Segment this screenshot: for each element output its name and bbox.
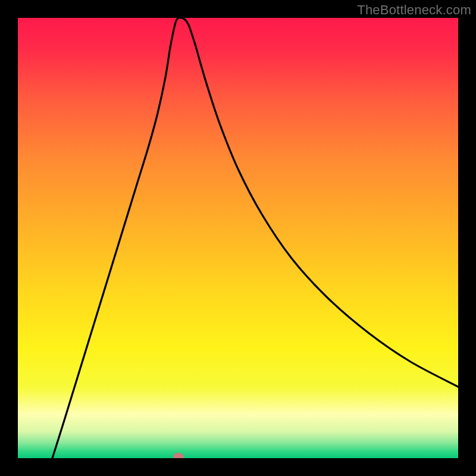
plot-area	[18, 18, 458, 458]
chart-frame: TheBottleneck.com	[0, 0, 476, 476]
gradient-background	[18, 18, 458, 458]
chart-svg	[18, 18, 458, 458]
watermark-text: TheBottleneck.com	[357, 2, 471, 18]
